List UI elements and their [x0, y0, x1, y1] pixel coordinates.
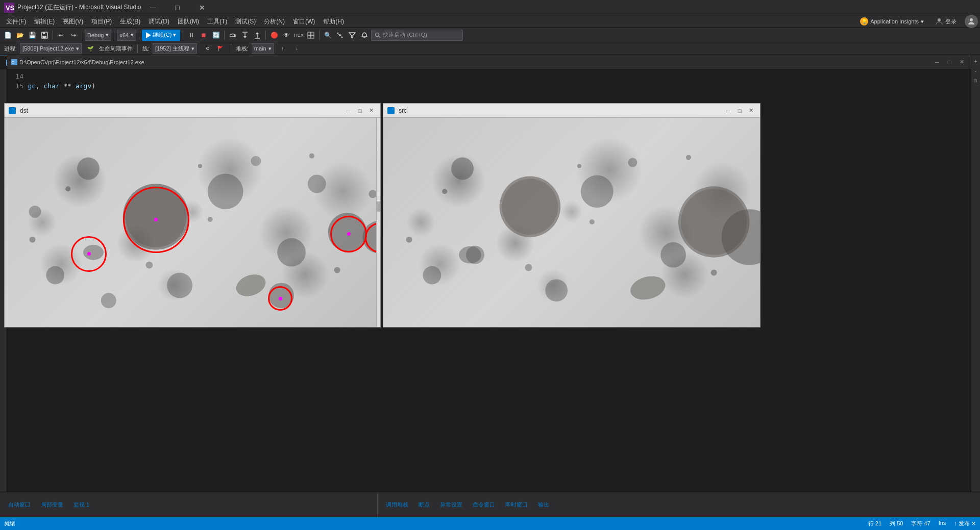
- thread-flag-icon[interactable]: 🚩: [215, 43, 226, 54]
- svg-text:C: C: [12, 61, 14, 64]
- restart-button[interactable]: 🔄: [210, 30, 222, 41]
- new-file-button[interactable]: 📄: [2, 30, 13, 41]
- app-insights-icon: 💡: [860, 17, 868, 26]
- command-window-tab[interactable]: 命令窗口: [471, 500, 497, 510]
- src-minimize-btn[interactable]: ─: [723, 106, 733, 116]
- process-label: 进程:: [4, 45, 17, 53]
- output-tab[interactable]: 输出: [536, 500, 551, 510]
- more-button-1[interactable]: [305, 30, 316, 41]
- svg-point-68: [545, 279, 568, 301]
- application-insights-button[interactable]: 💡 Application Insights ▾: [857, 16, 927, 27]
- separator-2: [82, 31, 82, 40]
- process-dropdown[interactable]: [5808] Project12.exe ▾: [20, 43, 82, 54]
- exception-settings-tab[interactable]: 异常设置: [438, 500, 464, 510]
- thread-dropdown[interactable]: [1952] 主线程 ▾: [153, 43, 197, 54]
- svg-point-36: [77, 158, 100, 180]
- bottom-panel: 自动窗口 局部变量 监视 1 调用堆栈 断点 异常设置 命令窗口 即时窗口 输出: [0, 492, 980, 517]
- hex-button[interactable]: HEX: [293, 30, 304, 41]
- svg-point-42: [167, 273, 192, 298]
- maximize-button[interactable]: □: [166, 0, 189, 15]
- signin-button[interactable]: 登录: [931, 16, 961, 27]
- undo-button[interactable]: ↩: [56, 30, 67, 41]
- dst-minimize-btn[interactable]: ─: [344, 106, 354, 116]
- menu-help[interactable]: 帮助(H): [319, 15, 348, 28]
- stop-button[interactable]: ⏹: [198, 30, 209, 41]
- menu-window[interactable]: 窗口(W): [289, 15, 319, 28]
- dst-close-btn[interactable]: ✕: [366, 106, 376, 116]
- status-bar: 就绪 行 21 列 50 字符 47 Ins ↑ 发布 ✕: [0, 517, 980, 530]
- console-restore-btn[interactable]: □: [944, 57, 954, 67]
- immediate-window-tab[interactable]: 即时窗口: [503, 500, 530, 510]
- menu-team[interactable]: 团队(M): [174, 15, 203, 28]
- dst-maximize-btn[interactable]: □: [355, 106, 365, 116]
- console-close-btn[interactable]: ✕: [957, 57, 967, 67]
- dst-scrollbar[interactable]: [376, 118, 380, 327]
- debug-config-dropdown[interactable]: Debug ▾: [85, 30, 111, 41]
- stack-dropdown[interactable]: main ▾: [252, 43, 274, 54]
- breakpoint-button[interactable]: 🔴: [268, 30, 280, 41]
- save-button[interactable]: 💾: [27, 30, 38, 41]
- locals-tab[interactable]: 局部变量: [39, 500, 65, 510]
- user-avatar[interactable]: [965, 15, 978, 28]
- quick-launch-button[interactable]: 快速启动 (Ctrl+Q): [371, 30, 463, 41]
- callstack-tab[interactable]: 调用堆栈: [384, 500, 410, 510]
- menu-tools[interactable]: 工具(T): [203, 15, 231, 28]
- auto-window-tab[interactable]: 自动窗口: [6, 500, 33, 510]
- redo-button[interactable]: ↪: [68, 30, 79, 41]
- git-icon: [336, 32, 344, 39]
- dst-scroll-thumb[interactable]: [377, 201, 380, 212]
- step-out-button[interactable]: [252, 30, 263, 41]
- platform-dropdown[interactable]: x64 ▾: [117, 30, 136, 41]
- sidebar-fit-icon[interactable]: ⊡: [972, 77, 980, 85]
- menu-edit[interactable]: 编辑(E): [30, 15, 59, 28]
- lifecycle-icon[interactable]: 🌱: [85, 43, 96, 54]
- title-bar-text: Project12 (正在运行) - Microsoft Visual Stud…: [17, 3, 141, 12]
- step-into-button[interactable]: [239, 30, 251, 41]
- menu-view[interactable]: 视图(V): [59, 15, 87, 28]
- notification-button[interactable]: [359, 30, 370, 41]
- menu-analyze[interactable]: 分析(N): [260, 15, 289, 28]
- continue-button[interactable]: 继续(C) ▾: [142, 30, 180, 41]
- detection-dot-5: [279, 297, 282, 300]
- code-editor[interactable]: 14 15 gc, char ** argv): [7, 69, 971, 103]
- git-button[interactable]: [334, 30, 346, 41]
- thread-filter-icon[interactable]: ⚙: [202, 43, 213, 54]
- breakpoints-tab[interactable]: 断点: [416, 500, 432, 510]
- svg-rect-16: [308, 32, 311, 35]
- src-maximize-btn[interactable]: □: [734, 106, 745, 116]
- stack-up-icon[interactable]: ↑: [277, 43, 288, 54]
- watch-button[interactable]: 👁: [281, 30, 292, 41]
- svg-point-45: [29, 206, 41, 218]
- filter-icon-1[interactable]: [347, 30, 358, 41]
- separator-7: [265, 31, 266, 40]
- process-value: [5808] Project12.exe: [22, 45, 74, 52]
- svg-point-3: [970, 18, 973, 21]
- minimize-button[interactable]: ─: [141, 0, 165, 15]
- menu-test[interactable]: 测试(S): [231, 15, 260, 28]
- open-file-button[interactable]: 📂: [14, 30, 26, 41]
- menu-file[interactable]: 文件(F): [2, 15, 30, 28]
- menu-project[interactable]: 项目(P): [87, 15, 116, 28]
- more-icon-1: [307, 32, 314, 39]
- step-over-button[interactable]: [227, 30, 238, 41]
- watch1-tab[interactable]: 监视 1: [71, 500, 91, 510]
- save-all-button[interactable]: [39, 30, 50, 41]
- src-window-title: src: [399, 107, 719, 114]
- separator-3: [114, 31, 114, 40]
- menu-debug[interactable]: 调试(D): [144, 15, 174, 28]
- proc-sep-1: [137, 44, 138, 53]
- sidebar-zoom-in-icon[interactable]: +: [972, 57, 980, 65]
- code-content[interactable]: gc, char ** argv): [28, 69, 971, 91]
- close-button[interactable]: ✕: [190, 0, 214, 15]
- status-publish[interactable]: ↑ 发布 ✕: [954, 520, 976, 527]
- svg-point-2: [938, 18, 941, 21]
- sidebar-zoom-out-icon[interactable]: -: [972, 67, 980, 75]
- console-minimize-btn[interactable]: ─: [932, 57, 942, 67]
- stack-down-icon[interactable]: ↓: [291, 43, 303, 54]
- pause-button[interactable]: ⏸: [186, 30, 197, 41]
- separator-1: [53, 31, 53, 40]
- src-close-btn[interactable]: ✕: [746, 106, 756, 116]
- svg-point-65: [581, 175, 614, 208]
- search-button[interactable]: 🔍: [322, 30, 333, 41]
- menu-build[interactable]: 生成(B): [116, 15, 144, 28]
